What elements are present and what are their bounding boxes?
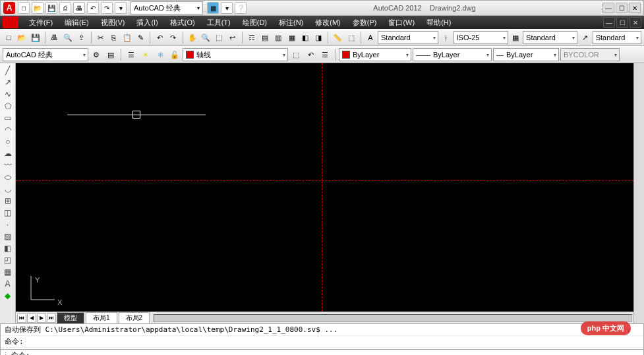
command-prompt[interactable]: 命令: [11,350,30,355]
menu-view[interactable]: 视图(V) [96,16,131,29]
layer-prev-icon[interactable]: ↶ [304,48,317,61]
menu-tools[interactable]: 工具(T) [202,16,236,29]
cut-icon[interactable]: ✂ [94,31,106,44]
addsel-tool-icon[interactable]: ◆ [1,290,15,301]
qat-open-icon[interactable]: 📂 [32,2,44,14]
workspace-dropdown[interactable]: AutoCAD 经典 ▾ [131,1,203,14]
layer-freeze-icon[interactable]: ❄ [154,48,167,61]
menu-edit[interactable]: 编辑(E) [59,16,94,29]
color-dropdown[interactable]: ByLayer [339,48,411,61]
qat-plot-icon[interactable]: 🖶 [73,2,85,14]
ml-style-dropdown[interactable]: Standard [593,31,641,44]
plotstyle-dropdown[interactable]: BYCOLOR [560,48,620,61]
layer-props-icon[interactable]: ☰ [125,48,138,61]
dc-icon[interactable]: ▤ [259,31,271,44]
insert-block-icon[interactable]: ⊞ [1,195,15,206]
doc-max-button[interactable]: ☐ [616,17,628,28]
layer-iso-icon[interactable]: ⬚ [289,48,303,61]
polygon-tool-icon[interactable]: ⬠ [1,100,15,111]
layer-on-icon[interactable]: ☀ [139,48,152,61]
copy-icon[interactable]: ⎘ [108,31,120,44]
xline-tool-icon[interactable]: ↗ [1,76,15,88]
tab-model[interactable]: 模型 [57,312,84,323]
layer-state-icon[interactable]: ☰ [318,48,332,61]
match-icon[interactable]: ✎ [134,31,146,44]
undo2-icon[interactable]: ↶ [154,31,165,44]
ml-style-icon[interactable]: ↗ [579,31,591,44]
props-icon[interactable]: ☶ [246,31,258,44]
table-tool-icon[interactable]: ▦ [1,266,15,277]
ws-settings-icon[interactable]: ⚙ [90,48,103,61]
table-style-dropdown[interactable]: Standard [523,31,577,44]
menu-parametric[interactable]: 参数(P) [347,16,382,29]
menu-dimension[interactable]: 标注(N) [274,16,308,29]
menu-modify[interactable]: 修改(M) [310,16,346,29]
lineweight-dropdown[interactable]: —ByLayer [493,48,559,61]
tab-layout2[interactable]: 布局2 [119,312,150,323]
ellipse-tool-icon[interactable]: ⬭ [1,171,15,182]
layer-lock-icon[interactable]: 🔓 [168,48,181,61]
mm-icon[interactable]: ◧ [299,31,311,44]
make-block-icon[interactable]: ◫ [1,207,15,218]
tab-last-icon[interactable]: ⏭ [47,314,56,323]
qat-help-icon[interactable]: ❔ [235,2,247,14]
open-icon[interactable]: 📂 [16,31,28,44]
linetype-dropdown[interactable]: ——ByLayer [413,48,492,61]
publish-icon[interactable]: ⇪ [75,31,87,44]
pan-icon[interactable]: ✋ [187,31,198,44]
menu-draw[interactable]: 绘图(D) [237,16,272,29]
tab-first-icon[interactable]: ⏮ [17,314,26,323]
point-tool-icon[interactable]: · [1,219,15,230]
qat-undo-icon[interactable]: ↶ [87,2,99,14]
text-style-icon[interactable]: A [365,31,376,44]
rect-tool-icon[interactable]: ▭ [1,112,15,123]
line-tool-icon[interactable]: ╱ [1,65,15,76]
redo2-icon[interactable]: ↷ [167,31,179,44]
maximize-button[interactable]: ☐ [616,3,628,13]
doc-close-button[interactable]: ✕ [629,17,641,28]
command-grip-icon[interactable]: ⋮⋮ [2,351,11,355]
revcloud-tool-icon[interactable]: ☁ [1,148,15,159]
app-menu-icon[interactable] [3,16,18,28]
menu-insert[interactable]: 插入(I) [131,16,163,29]
spline-tool-icon[interactable]: 〰 [1,159,15,171]
plot-icon[interactable]: 🖶 [49,31,61,44]
zoom-prev-icon[interactable]: ↩ [227,31,239,44]
drawing-canvas[interactable]: Y X [16,63,633,312]
circle-tool-icon[interactable]: ○ [1,136,15,147]
ws-save-icon[interactable]: ▤ [104,48,117,61]
qc-icon[interactable]: ◨ [312,31,324,44]
region-tool-icon[interactable]: ◰ [1,254,15,265]
menu-file[interactable]: 文件(F) [24,16,58,29]
qat-down-icon[interactable]: ▾ [115,2,127,14]
hatch-tool-icon[interactable]: ▨ [1,231,15,242]
zoom-icon[interactable]: 🔍 [200,31,212,44]
table-style-icon[interactable]: ▦ [510,31,521,44]
qat-grid-icon[interactable]: ▦ [207,2,219,14]
menu-window[interactable]: 窗口(W) [383,16,420,29]
mtext-tool-icon[interactable]: A [1,278,15,289]
tab-prev-icon[interactable]: ◀ [27,314,36,323]
tab-next-icon[interactable]: ▶ [37,314,46,323]
doc-min-button[interactable]: — [603,17,615,28]
ellipse-arc-icon[interactable]: ◡ [1,183,15,194]
h-scrollbar[interactable] [154,314,632,322]
tp-icon[interactable]: ▥ [272,31,284,44]
text-style-dropdown[interactable]: Standard [378,31,438,44]
close-button[interactable]: ✕ [629,3,641,13]
new-icon[interactable]: □ [3,31,15,44]
menu-format[interactable]: 格式(O) [165,16,200,29]
arc-tool-icon[interactable]: ◠ [1,124,15,135]
dim-style-icon[interactable]: ⟊ [440,31,452,44]
preview-icon[interactable]: 🔍 [62,31,74,44]
layer-dropdown[interactable]: 轴线 [183,48,288,61]
sel-icon[interactable]: ⬚ [345,31,357,44]
minimize-button[interactable]: — [602,3,614,13]
paste-icon[interactable]: 📋 [121,31,133,44]
measure-icon[interactable]: 📏 [332,31,343,44]
tab-layout1[interactable]: 布局1 [86,312,117,323]
dim-style-dropdown[interactable]: ISO-25 [454,31,508,44]
app-logo[interactable]: A [3,2,15,14]
pline-tool-icon[interactable]: ∿ [1,88,15,99]
save-icon[interactable]: 💾 [30,31,42,44]
